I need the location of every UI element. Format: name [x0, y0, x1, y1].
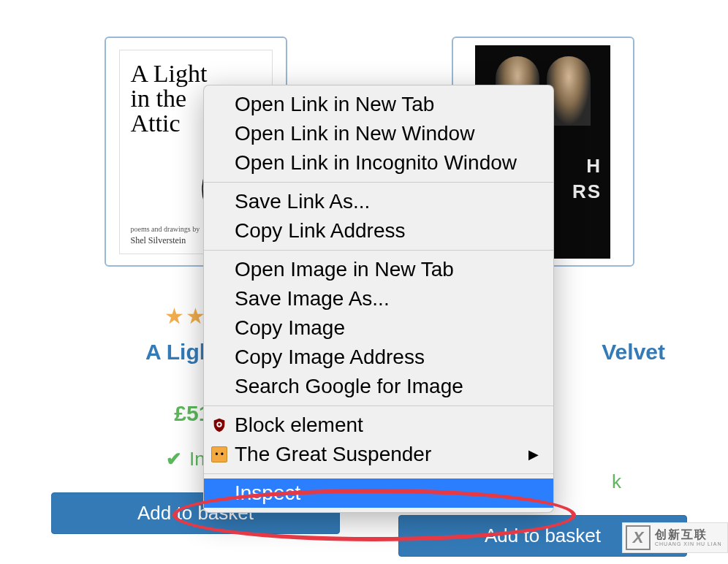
star-icon: ★ [164, 303, 184, 329]
menu-separator [204, 473, 553, 474]
menu-separator [204, 182, 553, 183]
menu-separator [204, 250, 553, 251]
book-title-line1: A Light [131, 61, 261, 86]
menu-copy-image-address[interactable]: Copy Image Address [204, 343, 553, 372]
book-subtitle: poems and drawings by [131, 225, 200, 233]
check-icon: ✔ [166, 448, 182, 470]
watermark-sub: CHUANG XIN HU LIAN [655, 541, 722, 547]
menu-separator [204, 405, 553, 406]
menu-search-google-image[interactable]: Search Google for Image [204, 372, 553, 401]
menu-open-link-incognito[interactable]: Open Link in Incognito Window [204, 148, 553, 178]
watermark-logo: X [626, 525, 651, 550]
menu-open-link-new-tab[interactable]: Open Link in New Tab [204, 90, 553, 119]
svg-point-6 [218, 423, 221, 426]
product-title-link-2[interactable]: Velvet [602, 340, 665, 365]
menu-copy-image[interactable]: Copy Image [204, 313, 553, 343]
menu-save-image-as[interactable]: Save Image As... [204, 284, 553, 313]
stock-text-2: k [612, 470, 621, 493]
menu-inspect[interactable]: Inspect [204, 479, 553, 508]
book2-text-h: H [586, 155, 602, 178]
watermark: X 创新互联 CHUANG XIN HU LIAN [622, 522, 728, 553]
book-author: Shel Silverstein [131, 235, 186, 246]
menu-block-element[interactable]: Block element [204, 411, 553, 440]
watermark-main: 创新互联 [655, 527, 722, 541]
menu-save-link-as[interactable]: Save Link As... [204, 187, 553, 216]
submenu-arrow-icon: ▶ [528, 446, 539, 462]
menu-copy-link-address[interactable]: Copy Link Address [204, 216, 553, 245]
suspender-icon: • • [210, 445, 229, 464]
menu-great-suspender[interactable]: • • The Great Suspender ▶ [204, 440, 553, 469]
menu-open-image-new-tab[interactable]: Open Image in New Tab [204, 255, 553, 284]
star-icon: ★ [186, 303, 205, 329]
stock-status-2: k [612, 470, 621, 493]
book2-text-rs: RS [572, 180, 602, 203]
ublock-icon [210, 416, 229, 435]
menu-open-link-new-window[interactable]: Open Link in New Window [204, 119, 553, 148]
context-menu: Open Link in New Tab Open Link in New Wi… [203, 85, 554, 513]
watermark-text: 创新互联 CHUANG XIN HU LIAN [655, 527, 722, 548]
